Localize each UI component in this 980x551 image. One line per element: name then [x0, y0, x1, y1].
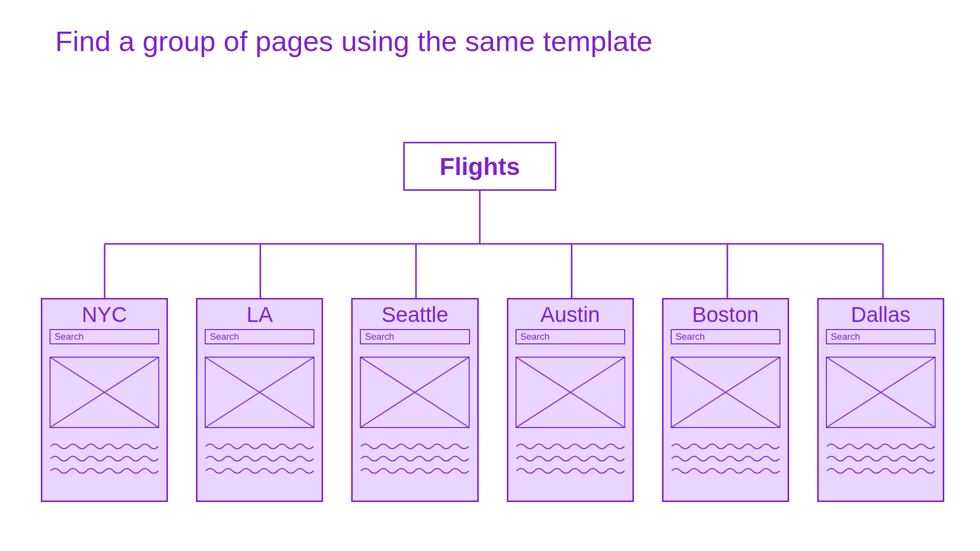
image-placeholder-icon	[516, 357, 625, 428]
tree-connectors	[0, 191, 980, 298]
search-label: Search	[365, 332, 394, 342]
page-card-austin: Austin Search	[507, 298, 634, 502]
page-card-dallas: Dallas Search	[817, 298, 944, 502]
text-placeholder-icon	[516, 440, 625, 476]
search-input[interactable]: Search	[50, 329, 159, 344]
card-title: Boston	[692, 303, 759, 327]
search-label: Search	[210, 332, 239, 342]
text-placeholder-icon	[826, 440, 936, 476]
text-placeholder-icon	[205, 440, 314, 476]
image-placeholder-icon	[205, 357, 314, 428]
image-placeholder-icon	[671, 357, 780, 428]
image-placeholder-icon	[360, 357, 470, 428]
image-placeholder-icon	[826, 357, 936, 428]
page-title: Find a group of pages using the same tem…	[55, 24, 653, 58]
search-input[interactable]: Search	[671, 329, 780, 344]
text-placeholder-icon	[671, 440, 780, 476]
card-title: Dallas	[851, 303, 911, 327]
text-placeholder-icon	[360, 440, 470, 476]
search-label: Search	[521, 332, 550, 342]
search-input[interactable]: Search	[516, 329, 625, 344]
page-card-nyc: NYC Search	[41, 298, 168, 502]
card-title: Seattle	[382, 303, 449, 327]
text-placeholder-icon	[50, 440, 159, 476]
root-node-label: Flights	[439, 153, 520, 181]
search-input[interactable]: Search	[826, 329, 936, 344]
card-title: Austin	[541, 303, 600, 327]
page-card-la: LA Search	[196, 298, 323, 502]
page-card-seattle: Seattle Search	[351, 298, 478, 502]
search-label: Search	[55, 332, 84, 342]
cards-row: NYC Search LA Se	[41, 298, 944, 502]
diagram-canvas: Find a group of pages using the same tem…	[0, 0, 980, 551]
image-placeholder-icon	[50, 357, 159, 428]
search-label: Search	[676, 332, 705, 342]
search-input[interactable]: Search	[205, 329, 314, 344]
root-node: Flights	[403, 142, 556, 191]
search-label: Search	[831, 332, 860, 342]
card-title: LA	[247, 303, 273, 327]
page-card-boston: Boston Search	[662, 298, 789, 502]
search-input[interactable]: Search	[360, 329, 470, 344]
card-title: NYC	[82, 303, 127, 327]
